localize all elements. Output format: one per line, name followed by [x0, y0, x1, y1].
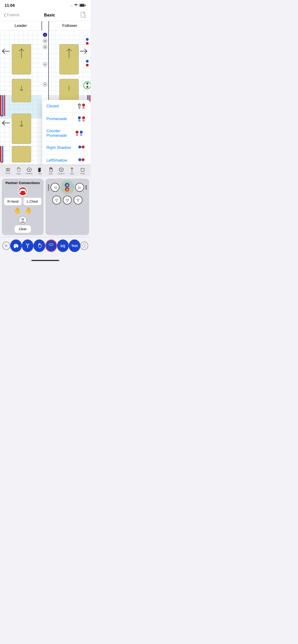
svg-rect-17 — [4, 95, 5, 116]
position-dropdown: Closed 😐 Promenade — [42, 100, 91, 165]
toolbar-way[interactable]: Way — [67, 166, 77, 176]
svg-rect-26 — [2, 146, 3, 162]
tab-fork[interactable] — [22, 240, 34, 252]
selected-position-circle[interactable] — [83, 81, 91, 89]
partner-connections-panel: Partner Connections R.Hand L.Chest 🤚 🤚 — [2, 178, 44, 235]
direction-row-bottom: ▽ ▽ ▽ — [52, 196, 82, 204]
svg-rect-4 — [84, 16, 86, 18]
center-label: Center — [47, 184, 50, 191]
toolbar-foot2[interactable]: Foot — [46, 166, 56, 176]
toolbar-foot1[interactable]: Foot — [35, 166, 45, 176]
counter-promenade-icon — [75, 130, 86, 136]
tab-text[interactable]: Text — [69, 240, 80, 252]
svg-point-67 — [6, 168, 8, 170]
tab-sq[interactable]: SQ — [57, 240, 69, 252]
right-hand-icon: 🤚 — [25, 207, 32, 214]
svg-point-91 — [16, 244, 18, 248]
status-bar: 11:04 ··· — [0, 0, 91, 10]
svg-point-58 — [82, 145, 85, 148]
svg-point-68 — [8, 168, 10, 170]
close-icon: ✕ — [5, 243, 8, 248]
svg-point-70 — [29, 169, 30, 170]
svg-point-50 — [82, 116, 85, 120]
dropdown-item-right-shadow[interactable]: Right Shadow — [42, 142, 91, 154]
tab-bar: ✕ SQ Text ⓘ — [0, 237, 91, 257]
dancer-circle: 😐 😐 — [60, 180, 74, 194]
text-label: Text — [71, 244, 78, 248]
page-title: Basic — [44, 13, 55, 18]
tab-hand[interactable] — [34, 240, 45, 252]
toolbar-hand2[interactable]: Hand — [78, 166, 88, 176]
toolbar-frame[interactable]: Frame — [3, 166, 13, 176]
svg-point-48 — [82, 107, 85, 109]
document-icon[interactable] — [80, 12, 87, 18]
info-button[interactable]: ⓘ — [80, 242, 88, 250]
dir-down-left[interactable]: ▽ — [52, 196, 61, 204]
dir-left[interactable]: ◁ — [51, 183, 59, 192]
red-head-selected — [86, 85, 89, 88]
leader-diagram: P P — [0, 30, 42, 164]
way-label: Way — [70, 173, 74, 175]
svg-rect-20 — [12, 114, 31, 144]
svg-point-74 — [40, 168, 41, 169]
toolbar-hand[interactable]: Hand — [14, 166, 24, 176]
dir-right[interactable]: ▷ — [75, 183, 84, 192]
wall-label: Wall — [85, 185, 87, 190]
blue-head — [85, 38, 89, 41]
toolbar-gesture[interactable]: Gesture — [24, 166, 34, 176]
dropdown-item-left-shadow[interactable]: LeftShadow — [42, 154, 91, 165]
dir-down-right[interactable]: ▽ — [74, 196, 82, 204]
svg-point-78 — [50, 168, 50, 169]
foot1-label: Foot — [38, 173, 42, 175]
left-hand-icon: 🤚 — [14, 207, 21, 214]
signal-icon: ··· — [70, 4, 73, 8]
svg-text:P: P — [1, 161, 3, 164]
left-chest-button[interactable]: L.Chest — [24, 198, 41, 205]
svg-rect-16 — [2, 95, 3, 116]
close-tab-button[interactable]: ✕ — [2, 242, 10, 250]
home-indicator-area — [0, 257, 91, 263]
svg-point-82 — [21, 218, 24, 221]
toolbar-gesture2[interactable]: Gesture — [56, 166, 66, 176]
beat-q2: Q — [43, 45, 47, 49]
beat-column — [42, 21, 49, 30]
svg-point-60 — [82, 158, 85, 161]
closed-icon: 😐 — [77, 103, 86, 109]
blue-head-selected — [86, 82, 89, 85]
tab-couple[interactable] — [45, 240, 57, 252]
wifi-icon — [74, 4, 78, 8]
blue-head — [85, 59, 89, 63]
beat-q1: Q — [43, 39, 47, 43]
clear-button[interactable]: Clear — [15, 225, 31, 233]
svg-point-49 — [78, 116, 81, 120]
svg-text:😐: 😐 — [66, 184, 69, 187]
svg-rect-2 — [85, 5, 86, 6]
red-head — [85, 63, 89, 67]
partner-connections-title: Partner Connections — [6, 181, 40, 185]
gesture2-label: Gesture — [58, 172, 65, 174]
dancer-profile — [19, 216, 27, 224]
tab-footsteps[interactable] — [10, 240, 22, 252]
right-hand-button[interactable]: R.Hand — [4, 198, 22, 205]
back-button[interactable]: Foxtrot — [4, 13, 19, 18]
svg-point-59 — [78, 158, 82, 161]
svg-point-88 — [14, 244, 15, 246]
center-dancer-area: 😐 😐 — [60, 180, 74, 194]
svg-point-73 — [39, 168, 40, 168]
dancer-pair-1 — [85, 38, 89, 45]
svg-point-81 — [71, 171, 73, 172]
hand-button-row: R.Hand L.Chest — [4, 198, 41, 205]
dir-down[interactable]: ▽ — [63, 196, 72, 204]
dropdown-item-closed[interactable]: Closed 😐 — [42, 100, 91, 113]
svg-point-55 — [76, 134, 78, 136]
bottom-section: Partner Connections R.Hand L.Chest 🤚 🤚 — [0, 177, 91, 237]
hand-icons-row: 🤚 🤚 — [14, 207, 32, 214]
home-indicator — [31, 260, 59, 261]
red-head — [85, 42, 89, 45]
hand2-label: Hand — [80, 172, 85, 174]
dropdown-item-promenade[interactable]: Promenade — [42, 113, 91, 126]
dance-diagram: Leader Follower 2 Q Q S S — [0, 21, 91, 165]
leader-column-header: Leader — [0, 21, 42, 30]
dropdown-item-counter-promenade[interactable]: Counter Promenade — [42, 126, 91, 142]
svg-point-47 — [78, 107, 81, 109]
